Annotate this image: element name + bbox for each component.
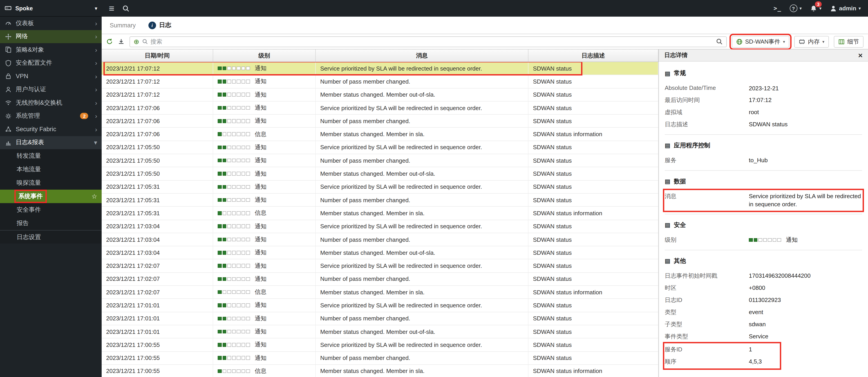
severity-bars bbox=[218, 132, 250, 136]
column-header[interactable]: 级别 bbox=[213, 49, 316, 62]
log-row[interactable]: 2023/12/21 17:07:06通知Service prioritized… bbox=[102, 102, 658, 115]
log-row[interactable]: 2023/12/21 17:07:12通知Number of pass memb… bbox=[102, 75, 658, 89]
log-message-cell: Service prioritized by SLA will be redir… bbox=[316, 62, 528, 75]
refresh-icon[interactable] bbox=[106, 38, 113, 45]
sidebar-item-log-report[interactable]: 日志&报表▾ bbox=[0, 136, 102, 149]
sidebar-item-security-profiles[interactable]: 安全配置文件› bbox=[0, 57, 102, 70]
log-level-cell: 通知 bbox=[213, 180, 316, 193]
cli-console-icon[interactable]: >_ bbox=[774, 5, 781, 12]
sidebar-item-log-settings[interactable]: 日志设置 bbox=[0, 230, 102, 244]
log-date-cell: 2023/12/21 17:01:01 bbox=[102, 325, 213, 338]
log-row[interactable]: 2023/12/21 17:02:07通知Number of pass memb… bbox=[102, 273, 658, 286]
device-selector[interactable]: Spoke ▾ bbox=[0, 0, 102, 16]
memory-icon bbox=[799, 38, 805, 45]
tab-summary[interactable]: Summary bbox=[110, 16, 136, 34]
dropdown-label: 内存 bbox=[808, 37, 820, 45]
menu-toggle-icon[interactable]: ≡ bbox=[109, 4, 115, 13]
download-icon[interactable] bbox=[118, 38, 125, 45]
help-menu[interactable]: ? ▾ bbox=[789, 4, 802, 12]
log-date-cell: 2023/12/21 17:00:55 bbox=[102, 365, 213, 377]
sidebar-item-forward-traffic[interactable]: 转发流量 bbox=[0, 149, 102, 163]
log-date-cell: 2023/12/21 17:05:50 bbox=[102, 154, 213, 167]
log-row[interactable]: 2023/12/21 17:00:55通知Number of pass memb… bbox=[102, 352, 658, 365]
log-row[interactable]: 2023/12/21 17:02:07通知Service prioritized… bbox=[102, 260, 658, 273]
log-date-cell: 2023/12/21 17:05:50 bbox=[102, 141, 213, 154]
log-row[interactable]: 2023/12/21 17:01:01通知Service prioritized… bbox=[102, 299, 658, 312]
log-row[interactable]: 2023/12/21 17:05:50通知Number of pass memb… bbox=[102, 154, 658, 167]
log-row[interactable]: 2023/12/21 17:05:31信息Member status chang… bbox=[102, 207, 658, 220]
log-row[interactable]: 2023/12/21 17:03:04通知Service prioritized… bbox=[102, 220, 658, 233]
sidebar-item-network[interactable]: 网络› bbox=[0, 30, 102, 43]
log-row[interactable]: 2023/12/21 17:02:07信息Member status chang… bbox=[102, 286, 658, 299]
sidebar-item-reports[interactable]: 报告 bbox=[0, 216, 102, 230]
log-level-cell: 通知 bbox=[213, 75, 316, 88]
log-level-cell: 信息 bbox=[213, 128, 316, 141]
log-row[interactable]: 2023/12/21 17:07:06信息Member status chang… bbox=[102, 128, 658, 141]
sidebar-item-user-auth[interactable]: 用户与认证› bbox=[0, 83, 102, 96]
section-title: 数据 bbox=[674, 177, 686, 185]
severity-bars bbox=[218, 145, 250, 149]
search-icon[interactable] bbox=[123, 5, 130, 12]
log-level-cell: 通知 bbox=[213, 154, 316, 167]
sidebar-item-security-events[interactable]: 安全事件 bbox=[0, 203, 102, 216]
log-description-cell: SDWAN status bbox=[528, 62, 658, 75]
detail-label: 时区 bbox=[665, 284, 749, 292]
tab-log[interactable]: i 日志 bbox=[148, 16, 172, 34]
log-row[interactable]: 2023/12/21 17:03:04通知Member status chang… bbox=[102, 246, 658, 260]
column-header[interactable]: 日期/时间 bbox=[102, 49, 213, 62]
log-row[interactable]: 2023/12/21 17:03:04通知Number of pass memb… bbox=[102, 233, 658, 246]
sidebar-item-dashboard[interactable]: 仪表板› bbox=[0, 16, 102, 30]
sidebar-item-system-events[interactable]: 系统事件☆ bbox=[0, 190, 102, 203]
sidebar-item-wifi-switch[interactable]: 无线控制&交换机› bbox=[0, 96, 102, 109]
sidebar-item-vpn[interactable]: VPN› bbox=[0, 70, 102, 83]
log-date-cell: 2023/12/21 17:05:31 bbox=[102, 207, 213, 220]
section-icon: ▤ bbox=[665, 222, 670, 228]
details-toggle-button[interactable]: 细节 bbox=[834, 36, 864, 47]
log-message-cell: Member status changed. Member in sla. bbox=[316, 365, 528, 377]
log-row[interactable]: 2023/12/21 17:07:12通知Member status chang… bbox=[102, 88, 658, 102]
user-menu[interactable]: admin ▾ bbox=[830, 5, 861, 12]
log-description-cell: SDWAN status bbox=[528, 180, 658, 193]
log-row[interactable]: 2023/12/21 17:05:31通知Service prioritized… bbox=[102, 180, 658, 194]
log-source-dropdown[interactable]: 内存 ▾ bbox=[795, 36, 829, 47]
chevron-right-icon: › bbox=[95, 113, 97, 119]
detail-value: +0800 bbox=[749, 284, 862, 292]
severity-bars bbox=[218, 211, 250, 215]
log-message-cell: Service prioritized by SLA will be redir… bbox=[316, 220, 528, 233]
sidebar-item-policy-objects[interactable]: 策略&对象› bbox=[0, 43, 102, 57]
sidebar-item-sniffer-traffic[interactable]: 嗅探流量 bbox=[0, 176, 102, 190]
log-row[interactable]: 2023/12/21 17:07:06通知Number of pass memb… bbox=[102, 114, 658, 128]
log-description-cell: SDWAN status bbox=[528, 220, 658, 233]
log-row[interactable]: 2023/12/21 17:01:01通知Number of pass memb… bbox=[102, 312, 658, 325]
log-level-cell: 通知 bbox=[213, 88, 316, 101]
notifications-menu[interactable]: 3 ▾ bbox=[810, 5, 822, 12]
log-row[interactable]: 2023/12/21 17:00:55信息Member status chang… bbox=[102, 365, 658, 377]
log-row[interactable]: 2023/12/21 17:05:50通知Member status chang… bbox=[102, 167, 658, 181]
log-level-cell: 信息 bbox=[213, 286, 316, 299]
severity-bars bbox=[218, 198, 250, 202]
detail-label: 日志描述 bbox=[665, 121, 749, 129]
detail-label: 类型 bbox=[665, 308, 749, 316]
log-date-cell: 2023/12/21 17:07:12 bbox=[102, 88, 213, 101]
severity-bars bbox=[218, 67, 250, 70]
star-icon[interactable]: ☆ bbox=[92, 193, 97, 200]
log-row[interactable]: 2023/12/21 17:01:01通知Member status chang… bbox=[102, 325, 658, 339]
sidebar-item-local-traffic[interactable]: 本地流量 bbox=[0, 163, 102, 176]
log-row[interactable]: 2023/12/21 17:07:12通知Service prioritized… bbox=[102, 62, 658, 75]
log-row[interactable]: 2023/12/21 17:05:31通知Number of pass memb… bbox=[102, 194, 658, 207]
log-row[interactable]: 2023/12/21 17:05:50通知Service prioritized… bbox=[102, 141, 658, 155]
event-type-dropdown[interactable]: SD-WAN事件 ▾ bbox=[732, 36, 789, 47]
detail-value: to_Hub bbox=[749, 157, 862, 164]
log-date-cell: 2023/12/21 17:07:12 bbox=[102, 62, 213, 75]
sidebar-item-security-fabric[interactable]: Security Fabric› bbox=[0, 123, 102, 136]
search-submit-icon[interactable] bbox=[716, 38, 722, 45]
log-filter-bar[interactable]: ⊕ 搜索 bbox=[129, 36, 726, 47]
close-icon[interactable]: × bbox=[858, 52, 863, 59]
column-header[interactable]: 消息 bbox=[316, 49, 528, 62]
add-filter-icon[interactable]: ⊕ bbox=[133, 38, 139, 45]
sidebar-subitem-label: 日志设置 bbox=[17, 233, 41, 241]
column-header[interactable]: 日志描述 bbox=[528, 49, 658, 62]
sidebar-item-system[interactable]: 系统管理2› bbox=[0, 109, 102, 123]
log-row[interactable]: 2023/12/21 17:00:55通知Service prioritized… bbox=[102, 338, 658, 352]
detail-row: Absolute Date/Time2023-12-21 bbox=[665, 82, 862, 94]
